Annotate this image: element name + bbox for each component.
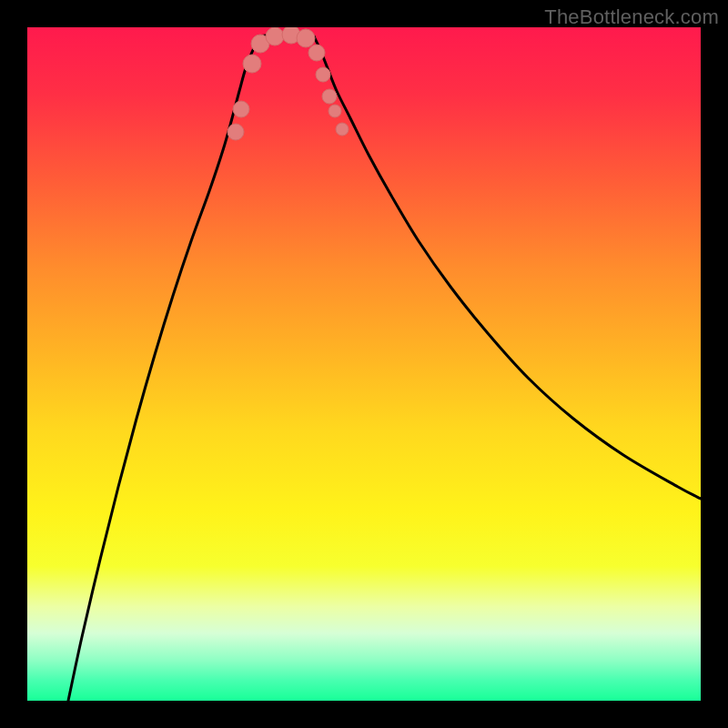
data-marker <box>266 27 284 46</box>
data-marker <box>297 29 315 47</box>
data-marker <box>308 45 325 61</box>
gradient-background <box>27 27 701 701</box>
data-marker <box>336 123 349 136</box>
data-marker <box>329 105 341 117</box>
plot-area <box>27 27 701 701</box>
data-marker <box>228 124 244 140</box>
data-marker <box>322 89 337 104</box>
data-marker <box>316 67 330 82</box>
data-marker <box>243 55 261 73</box>
watermark-text: TheBottleneck.com <box>544 5 719 29</box>
chart-frame: TheBottleneck.com <box>0 0 728 728</box>
bottleneck-chart <box>27 27 701 701</box>
data-marker <box>233 101 249 117</box>
